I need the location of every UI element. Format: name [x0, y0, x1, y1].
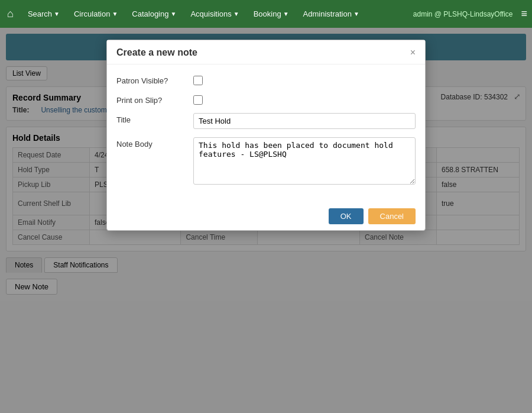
- navbar: ⌂ Search ▼ Circulation ▼ Cataloging ▼ Ac…: [0, 0, 532, 28]
- modal-body: Patron Visible? Print on Slip? Title Not…: [107, 64, 425, 202]
- modal-title: Create a new note: [116, 47, 197, 58]
- print-on-slip-checkbox[interactable]: [193, 95, 203, 105]
- modal-close-button[interactable]: ×: [410, 48, 416, 57]
- circulation-caret-icon: ▼: [112, 11, 118, 17]
- modal-overlay: Create a new note × Patron Visible? Prin…: [0, 28, 532, 413]
- create-note-modal: Create a new note × Patron Visible? Prin…: [106, 40, 426, 231]
- note-body-label: Note Body: [116, 137, 187, 149]
- nav-circulation[interactable]: Circulation ▼: [68, 6, 124, 22]
- title-row: Title: [116, 113, 416, 129]
- search-caret-icon: ▼: [54, 11, 60, 17]
- nav-acquisitions[interactable]: Acquisitions ▼: [184, 6, 245, 22]
- administration-caret-icon: ▼: [353, 11, 359, 17]
- nav-booking[interactable]: Booking ▼: [248, 6, 295, 22]
- nav-cataloging[interactable]: Cataloging ▼: [126, 6, 182, 22]
- home-icon[interactable]: ⌂: [5, 5, 16, 22]
- acquisitions-caret-icon: ▼: [233, 11, 239, 17]
- nav-search[interactable]: Search ▼: [22, 6, 66, 22]
- cancel-button[interactable]: Cancel: [368, 208, 416, 224]
- page-content: List View Record Summary Title: Unsellin…: [0, 28, 532, 413]
- print-on-slip-row: Print on Slip?: [116, 93, 416, 105]
- hamburger-menu-icon[interactable]: ≡: [521, 8, 527, 20]
- note-title-input[interactable]: [193, 113, 416, 129]
- admin-label: admin @ PLSHQ-LindsayOffice: [413, 10, 513, 18]
- ok-button[interactable]: OK: [329, 208, 364, 224]
- patron-visible-row: Patron Visible?: [116, 74, 416, 85]
- modal-footer: OK Cancel: [107, 202, 425, 230]
- booking-caret-icon: ▼: [283, 11, 289, 17]
- patron-visible-label: Patron Visible?: [116, 74, 187, 85]
- nav-administration[interactable]: Administration ▼: [297, 6, 365, 22]
- note-body-textarea[interactable]: This hold has been placed to document ho…: [193, 137, 416, 185]
- note-title-label: Title: [116, 113, 187, 124]
- patron-visible-checkbox[interactable]: [193, 76, 203, 85]
- modal-header: Create a new note ×: [107, 40, 425, 64]
- cataloging-caret-icon: ▼: [170, 11, 176, 17]
- note-body-row: Note Body This hold has been placed to d…: [116, 137, 416, 185]
- print-on-slip-label: Print on Slip?: [116, 93, 187, 105]
